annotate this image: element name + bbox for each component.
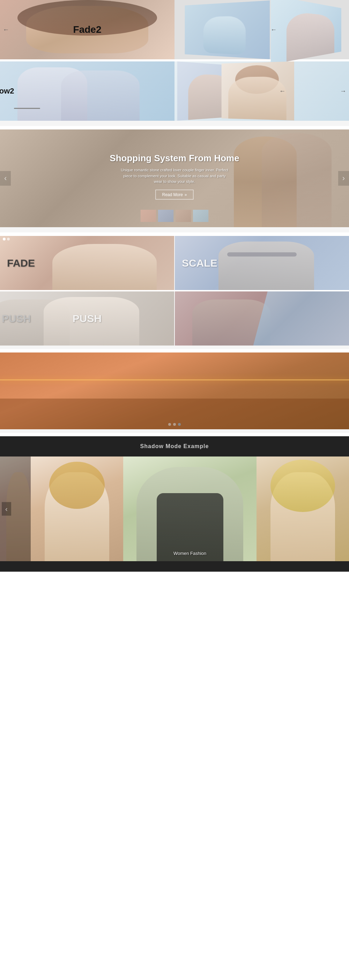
- scale-label: SCALE: [182, 257, 217, 269]
- push-label-left: PUSH: [2, 313, 31, 325]
- fade2-arrow-left[interactable]: ←: [3, 26, 9, 33]
- push-cell-2[interactable]: [174, 291, 349, 345]
- shadow-item-3[interactable]: [257, 457, 349, 561]
- hero-thumb-1[interactable]: [141, 210, 156, 222]
- shadow-center-label: Women Fashion: [174, 551, 206, 556]
- effects-grid: FADE SCALE PUSH PUSH: [0, 236, 349, 345]
- overflow2-slider[interactable]: erflow2: [0, 61, 174, 121]
- fade2-slider[interactable]: ← Fade2: [0, 0, 174, 59]
- fade-label: FADE: [7, 257, 35, 269]
- cube2-arrow-left[interactable]: ←: [271, 26, 277, 33]
- section-sliders-top: ← Fade2 ← Cube2 erflow2: [0, 0, 349, 121]
- nav-dot-1[interactable]: [3, 238, 6, 240]
- hero-content-block: Shopping System From Home Unique romanti…: [110, 153, 239, 200]
- hero-thumb-3[interactable]: [175, 210, 191, 222]
- shadow-mode-title: Shadow Mode Example: [0, 443, 349, 450]
- shadow-item-1[interactable]: [31, 457, 123, 561]
- hero-arrow-right[interactable]: ›: [338, 171, 349, 186]
- push-cell-1[interactable]: PUSH PUSH: [0, 291, 174, 345]
- flip2-slider[interactable]: ← Flip2 →: [174, 61, 349, 121]
- shadow-mode-section: Shadow Mode Example ‹ Women Fashion: [0, 436, 349, 561]
- shadow-item-center[interactable]: Women Fashion: [123, 457, 257, 561]
- hero-thumb-4[interactable]: [193, 210, 209, 222]
- hero-read-more-button[interactable]: Read More »: [155, 189, 193, 199]
- hero-title: Shopping System From Home: [110, 153, 239, 164]
- hero-btn-arrow-icon: »: [185, 192, 187, 197]
- hero-arrow-left[interactable]: ‹: [0, 171, 11, 186]
- cube2-slider[interactable]: ← Cube2: [174, 0, 349, 59]
- pano-panel-4[interactable]: [259, 353, 349, 429]
- bottom-spacer: [0, 561, 349, 572]
- shadow-gallery: ‹ Women Fashion: [0, 457, 349, 561]
- panorama-section: [0, 353, 349, 429]
- pano-dot-3[interactable]: [178, 423, 181, 426]
- nav-dot-2[interactable]: [7, 238, 10, 240]
- hero-btn-label: Read More: [162, 192, 183, 197]
- shadow-nav-left[interactable]: ‹: [2, 502, 11, 516]
- panorama-dots: [168, 423, 181, 426]
- pano-dot-1[interactable]: [168, 423, 171, 426]
- hero-description: Unique romantic stone crafted lover coup…: [119, 167, 230, 185]
- push-label-center: PUSH: [73, 313, 102, 325]
- pano-dot-2[interactable]: [173, 423, 176, 426]
- flip2-arrow-right[interactable]: →: [340, 88, 346, 95]
- flip2-arrow-left[interactable]: ←: [279, 88, 285, 95]
- hero-thumbnails: [141, 210, 209, 222]
- scale-cell[interactable]: SCALE: [174, 236, 349, 290]
- hero-thumb-2[interactable]: [158, 210, 174, 222]
- fade-cell[interactable]: FADE: [0, 236, 174, 290]
- hero-banner: ‹ Shopping System From Home Unique roman…: [0, 129, 349, 227]
